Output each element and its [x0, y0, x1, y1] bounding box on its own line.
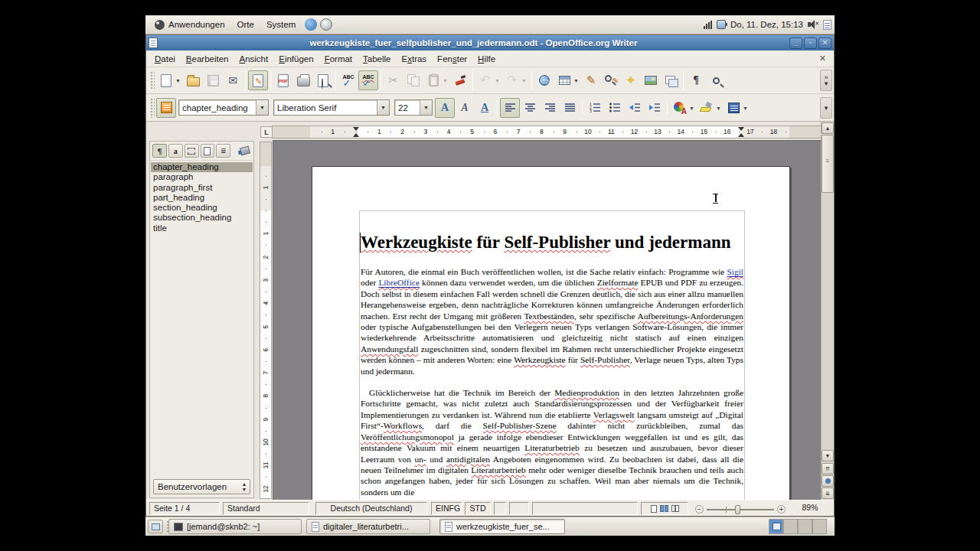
- copy-icon[interactable]: [403, 70, 423, 90]
- gallery-icon[interactable]: [641, 70, 661, 90]
- chevron-down-icon[interactable]: ▼: [420, 100, 432, 115]
- system-menu[interactable]: System: [260, 18, 302, 31]
- document-paragraph[interactable]: Glücklicherweise hat die Technik im Bere…: [361, 387, 743, 497]
- document-canvas[interactable]: Werkzeugkiste für Self-Publisher und jed…: [273, 140, 822, 500]
- maximize-button[interactable]: ▫: [804, 37, 817, 49]
- applications-menu[interactable]: Anwendungen: [149, 18, 231, 31]
- single-page-view-icon[interactable]: [651, 505, 657, 513]
- speaker-muted-icon[interactable]: ✕: [808, 20, 818, 29]
- menu-ansicht[interactable]: Ansicht: [234, 52, 274, 66]
- numbered-list-button[interactable]: 123: [585, 98, 605, 118]
- hyperlink-icon[interactable]: [534, 70, 554, 90]
- document-page[interactable]: Werkzeugkiste für Self-Publisher und jed…: [312, 166, 790, 500]
- zoom-slider-thumb[interactable]: [735, 505, 740, 514]
- fill-format-icon[interactable]: [237, 144, 251, 158]
- edit-file-icon[interactable]: ✎: [248, 70, 268, 90]
- table-icon[interactable]: ▼: [554, 70, 574, 90]
- previous-page-icon[interactable]: ⇈: [822, 463, 834, 474]
- zoom-in-icon[interactable]: +: [777, 505, 786, 514]
- undo-icon[interactable]: ↶▼: [475, 70, 495, 90]
- toolbar-overflow-button[interactable]: »▾: [820, 70, 832, 91]
- text-boundaries[interactable]: Werkzeugkiste für Self-Publisher und jed…: [359, 210, 745, 500]
- style-filter-combo[interactable]: Benutzervorlagen ▲▼: [153, 479, 250, 494]
- spellcheck-icon[interactable]: ABC✓: [338, 70, 358, 90]
- status-page-number[interactable]: Seite 1 / 4: [149, 502, 220, 515]
- save-icon[interactable]: [203, 70, 223, 90]
- font-color-button[interactable]: A▼: [670, 98, 690, 118]
- italic-button[interactable]: A: [455, 98, 475, 118]
- right-indent-marker[interactable]: [738, 127, 744, 131]
- menu-tabelle[interactable]: Tabelle: [358, 52, 396, 66]
- indent-marker[interactable]: [353, 133, 359, 137]
- chevron-down-icon[interactable]: ▼: [256, 100, 268, 115]
- menu-hilfe[interactable]: Hilfe: [472, 52, 501, 66]
- browser-launcher-icon[interactable]: [305, 18, 317, 31]
- minimize-button[interactable]: _: [789, 37, 802, 49]
- chevron-down-icon[interactable]: ▼: [377, 100, 389, 115]
- vertical-ruler[interactable]: 1123456789101112: [260, 142, 272, 499]
- close-document-icon[interactable]: ✕: [815, 54, 831, 64]
- paragraph-style-combo[interactable]: chapter_heading ▼: [178, 99, 269, 116]
- open-icon[interactable]: [183, 70, 203, 90]
- menu-extras[interactable]: Extras: [397, 52, 433, 66]
- bold-button[interactable]: A: [435, 98, 455, 118]
- new-document-icon[interactable]: ▼: [156, 70, 176, 90]
- workspace-1[interactable]: [769, 519, 783, 534]
- show-desktop-icon[interactable]: [148, 520, 163, 533]
- spinner-icon[interactable]: ▲▼: [239, 481, 250, 492]
- align-right-button[interactable]: [540, 98, 560, 118]
- find-replace-icon[interactable]: ✎: [601, 70, 621, 90]
- align-left-button[interactable]: [500, 98, 520, 118]
- status-insert-mode[interactable]: EINFG: [431, 502, 462, 515]
- workspace-3[interactable]: [798, 519, 812, 534]
- decrease-indent-button[interactable]: [625, 98, 645, 118]
- status-empty-cell[interactable]: [494, 502, 506, 515]
- horizontal-ruler[interactable]: 1123456789101112131415161718: [272, 126, 822, 139]
- ruler-corner[interactable]: L: [260, 126, 273, 138]
- style-item-paragraph_first[interactable]: paragraph_first: [151, 183, 253, 193]
- cut-icon[interactable]: ✂: [384, 70, 403, 90]
- workspace-2[interactable]: [783, 519, 798, 534]
- right-indent-marker[interactable]: [738, 133, 744, 137]
- paste-icon[interactable]: ▼: [423, 70, 443, 90]
- hyperlink[interactable]: Sigil: [727, 267, 743, 276]
- vertical-scrollbar[interactable]: ▲ ▼ ⇈ ⇊: [821, 122, 834, 500]
- status-zoom-value[interactable]: 89%: [794, 502, 826, 515]
- toolbar-grip[interactable]: [149, 70, 155, 90]
- page-styles-icon[interactable]: [201, 144, 215, 158]
- list-styles-icon[interactable]: ≣: [216, 144, 230, 158]
- menu-einfgen[interactable]: Einfügen: [273, 52, 318, 66]
- styles-window-icon[interactable]: [156, 98, 176, 118]
- increase-indent-button[interactable]: [645, 98, 665, 118]
- note-icon[interactable]: [823, 20, 831, 30]
- auto-spellcheck-icon[interactable]: ABC✓: [358, 70, 378, 90]
- book-view-icon[interactable]: [671, 505, 679, 512]
- next-page-icon[interactable]: ⇊: [822, 487, 834, 499]
- zoom-icon[interactable]: [706, 70, 726, 90]
- workspace-4[interactable]: [812, 519, 827, 534]
- menu-fenster[interactable]: Fenster: [432, 52, 472, 66]
- taskbar-window-1[interactable]: [jemand@sknb2: ~]: [168, 519, 302, 534]
- scrollbar-thumb[interactable]: [822, 135, 834, 193]
- highlight-button[interactable]: ▼: [697, 98, 717, 118]
- zoom-out-icon[interactable]: −: [695, 505, 704, 514]
- menu-datei[interactable]: Datei: [149, 52, 181, 66]
- style-item-section_heading[interactable]: section_heading: [151, 203, 253, 213]
- style-item-chapter_heading[interactable]: chapter_heading: [151, 162, 253, 172]
- style-item-subsection_heading[interactable]: subsection_heading: [151, 213, 253, 223]
- document-paragraph[interactable]: Für Autoren, die einmal ein Buch veröffe…: [361, 266, 743, 377]
- status-empty-cell[interactable]: [532, 502, 638, 515]
- background-color-button[interactable]: ▼: [724, 98, 743, 118]
- menu-bearbeiten[interactable]: Bearbeiten: [181, 52, 234, 66]
- indent-marker[interactable]: [353, 127, 359, 131]
- signal-icon[interactable]: [704, 21, 712, 29]
- frame-styles-icon[interactable]: [185, 144, 199, 158]
- draw-functions-icon[interactable]: ✎: [581, 70, 601, 90]
- page-preview-icon[interactable]: [313, 70, 333, 90]
- places-menu[interactable]: Orte: [231, 18, 260, 31]
- align-justify-button[interactable]: [560, 98, 580, 118]
- bullet-list-button[interactable]: [605, 98, 625, 118]
- help-launcher-icon[interactable]: [320, 18, 332, 31]
- multi-page-view-icon[interactable]: [660, 505, 668, 512]
- status-selection-mode[interactable]: STD: [465, 502, 491, 515]
